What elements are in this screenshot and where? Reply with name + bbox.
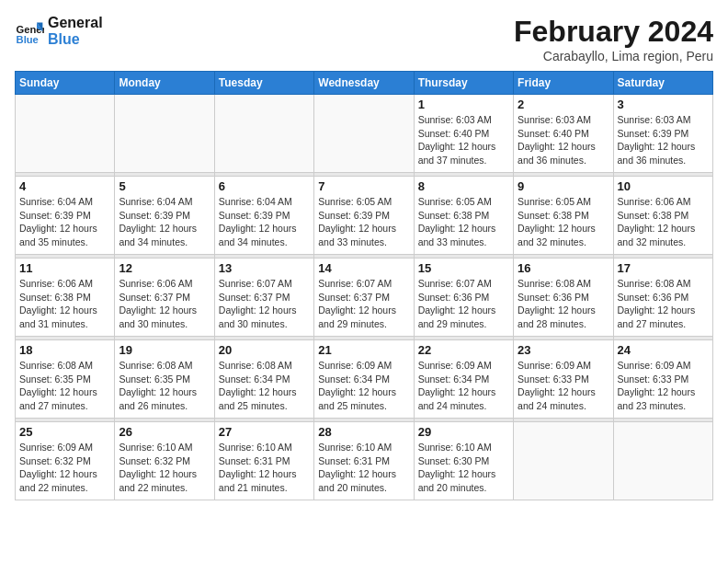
- calendar-cell: 3Sunrise: 6:03 AMSunset: 6:39 PMDaylight…: [613, 95, 712, 173]
- calendar-cell: [214, 95, 313, 173]
- header-friday: Friday: [514, 72, 613, 95]
- day-number: 25: [19, 425, 110, 439]
- day-number: 18: [19, 343, 110, 357]
- calendar-cell: 7Sunrise: 6:05 AMSunset: 6:39 PMDaylight…: [314, 177, 414, 255]
- calendar-cell: 18Sunrise: 6:08 AMSunset: 6:35 PMDayligh…: [16, 340, 115, 419]
- calendar-cell: 25Sunrise: 6:09 AMSunset: 6:32 PMDayligh…: [16, 422, 115, 500]
- calendar-cell: 8Sunrise: 6:05 AMSunset: 6:38 PMDaylight…: [414, 177, 513, 255]
- day-number: 7: [318, 179, 409, 193]
- calendar-cell: 21Sunrise: 6:09 AMSunset: 6:34 PMDayligh…: [314, 340, 414, 419]
- calendar-week-2: 4Sunrise: 6:04 AMSunset: 6:39 PMDaylight…: [16, 177, 713, 255]
- calendar-cell: 13Sunrise: 6:07 AMSunset: 6:37 PMDayligh…: [214, 259, 313, 337]
- day-number: 19: [119, 343, 210, 357]
- calendar-cell: 24Sunrise: 6:09 AMSunset: 6:33 PMDayligh…: [613, 340, 712, 419]
- logo-icon: General Blue: [15, 17, 44, 46]
- day-info: Sunrise: 6:08 AMSunset: 6:35 PMDaylight:…: [119, 359, 210, 413]
- calendar-cell: 28Sunrise: 6:10 AMSunset: 6:31 PMDayligh…: [314, 422, 414, 500]
- header-monday: Monday: [115, 72, 214, 95]
- day-number: 14: [318, 261, 409, 275]
- calendar-cell: 29Sunrise: 6:10 AMSunset: 6:30 PMDayligh…: [414, 422, 513, 500]
- logo: General Blue General Blue: [15, 15, 103, 47]
- calendar-cell: 23Sunrise: 6:09 AMSunset: 6:33 PMDayligh…: [514, 340, 613, 419]
- calendar-cell: 16Sunrise: 6:08 AMSunset: 6:36 PMDayligh…: [514, 259, 613, 337]
- calendar-cell: 2Sunrise: 6:03 AMSunset: 6:40 PMDaylight…: [514, 95, 613, 173]
- day-info: Sunrise: 6:06 AMSunset: 6:38 PMDaylight:…: [19, 277, 110, 331]
- day-info: Sunrise: 6:05 AMSunset: 6:39 PMDaylight:…: [318, 195, 409, 249]
- day-number: 28: [318, 425, 409, 439]
- day-info: Sunrise: 6:04 AMSunset: 6:39 PMDaylight:…: [219, 195, 310, 249]
- day-info: Sunrise: 6:08 AMSunset: 6:34 PMDaylight:…: [219, 359, 310, 413]
- calendar-cell: 10Sunrise: 6:06 AMSunset: 6:38 PMDayligh…: [613, 177, 712, 255]
- calendar-cell: 4Sunrise: 6:04 AMSunset: 6:39 PMDaylight…: [16, 177, 115, 255]
- day-info: Sunrise: 6:03 AMSunset: 6:40 PMDaylight:…: [418, 113, 509, 167]
- day-number: 20: [219, 343, 310, 357]
- svg-text:Blue: Blue: [17, 33, 39, 44]
- calendar-cell: [115, 95, 214, 173]
- page-title: February 2024: [514, 15, 713, 49]
- day-number: 16: [518, 261, 609, 275]
- calendar-cell: [514, 422, 613, 500]
- day-number: 11: [19, 261, 110, 275]
- page-header: General Blue General Blue February 2024 …: [15, 15, 713, 63]
- day-number: 5: [119, 179, 210, 193]
- calendar-cell: 26Sunrise: 6:10 AMSunset: 6:32 PMDayligh…: [115, 422, 214, 500]
- calendar-week-1: 1Sunrise: 6:03 AMSunset: 6:40 PMDaylight…: [16, 95, 713, 173]
- calendar-cell: [613, 422, 712, 500]
- header-sunday: Sunday: [16, 72, 115, 95]
- day-info: Sunrise: 6:10 AMSunset: 6:30 PMDaylight:…: [418, 441, 509, 495]
- day-number: 4: [19, 179, 110, 193]
- day-number: 10: [618, 179, 709, 193]
- day-number: 26: [119, 425, 210, 439]
- calendar-cell: 12Sunrise: 6:06 AMSunset: 6:37 PMDayligh…: [115, 259, 214, 337]
- header-tuesday: Tuesday: [214, 72, 313, 95]
- day-info: Sunrise: 6:10 AMSunset: 6:32 PMDaylight:…: [119, 441, 210, 495]
- calendar-cell: 15Sunrise: 6:07 AMSunset: 6:36 PMDayligh…: [414, 259, 513, 337]
- calendar-cell: 6Sunrise: 6:04 AMSunset: 6:39 PMDaylight…: [214, 177, 313, 255]
- day-info: Sunrise: 6:09 AMSunset: 6:33 PMDaylight:…: [618, 359, 709, 413]
- day-info: Sunrise: 6:06 AMSunset: 6:38 PMDaylight:…: [618, 195, 709, 249]
- day-number: 24: [618, 343, 709, 357]
- day-number: 2: [518, 98, 609, 111]
- header-thursday: Thursday: [414, 72, 513, 95]
- day-info: Sunrise: 6:09 AMSunset: 6:34 PMDaylight:…: [318, 359, 409, 413]
- day-info: Sunrise: 6:06 AMSunset: 6:37 PMDaylight:…: [119, 277, 210, 331]
- day-number: 22: [418, 343, 509, 357]
- calendar-cell: 5Sunrise: 6:04 AMSunset: 6:39 PMDaylight…: [115, 177, 214, 255]
- day-info: Sunrise: 6:08 AMSunset: 6:35 PMDaylight:…: [19, 359, 110, 413]
- day-info: Sunrise: 6:03 AMSunset: 6:39 PMDaylight:…: [618, 113, 709, 167]
- title-area: February 2024 Carabayllo, Lima region, P…: [514, 15, 713, 63]
- calendar-cell: 22Sunrise: 6:09 AMSunset: 6:34 PMDayligh…: [414, 340, 513, 419]
- day-info: Sunrise: 6:10 AMSunset: 6:31 PMDaylight:…: [219, 441, 310, 495]
- day-info: Sunrise: 6:08 AMSunset: 6:36 PMDaylight:…: [518, 277, 609, 331]
- day-number: 9: [518, 179, 609, 193]
- day-number: 1: [418, 98, 509, 111]
- calendar-cell: [314, 95, 414, 173]
- day-info: Sunrise: 6:09 AMSunset: 6:33 PMDaylight:…: [518, 359, 609, 413]
- calendar-cell: [16, 95, 115, 173]
- calendar-cell: 14Sunrise: 6:07 AMSunset: 6:37 PMDayligh…: [314, 259, 414, 337]
- day-info: Sunrise: 6:04 AMSunset: 6:39 PMDaylight:…: [19, 195, 110, 249]
- calendar-week-3: 11Sunrise: 6:06 AMSunset: 6:38 PMDayligh…: [16, 259, 713, 337]
- day-number: 3: [618, 98, 709, 111]
- calendar-header-row: SundayMondayTuesdayWednesdayThursdayFrid…: [16, 72, 713, 95]
- day-info: Sunrise: 6:07 AMSunset: 6:37 PMDaylight:…: [219, 277, 310, 331]
- day-info: Sunrise: 6:07 AMSunset: 6:37 PMDaylight:…: [318, 277, 409, 331]
- logo-blue: Blue: [48, 31, 103, 48]
- calendar-cell: 20Sunrise: 6:08 AMSunset: 6:34 PMDayligh…: [214, 340, 313, 419]
- day-number: 21: [318, 343, 409, 357]
- day-info: Sunrise: 6:10 AMSunset: 6:31 PMDaylight:…: [318, 441, 409, 495]
- header-wednesday: Wednesday: [314, 72, 414, 95]
- calendar-cell: 27Sunrise: 6:10 AMSunset: 6:31 PMDayligh…: [214, 422, 313, 500]
- calendar-cell: 17Sunrise: 6:08 AMSunset: 6:36 PMDayligh…: [613, 259, 712, 337]
- day-info: Sunrise: 6:09 AMSunset: 6:34 PMDaylight:…: [418, 359, 509, 413]
- day-number: 13: [219, 261, 310, 275]
- calendar-cell: 19Sunrise: 6:08 AMSunset: 6:35 PMDayligh…: [115, 340, 214, 419]
- calendar-cell: 11Sunrise: 6:06 AMSunset: 6:38 PMDayligh…: [16, 259, 115, 337]
- day-number: 29: [418, 425, 509, 439]
- day-number: 23: [518, 343, 609, 357]
- day-number: 17: [618, 261, 709, 275]
- day-info: Sunrise: 6:04 AMSunset: 6:39 PMDaylight:…: [119, 195, 210, 249]
- day-number: 6: [219, 179, 310, 193]
- page-subtitle: Carabayllo, Lima region, Peru: [514, 49, 713, 63]
- day-info: Sunrise: 6:05 AMSunset: 6:38 PMDaylight:…: [518, 195, 609, 249]
